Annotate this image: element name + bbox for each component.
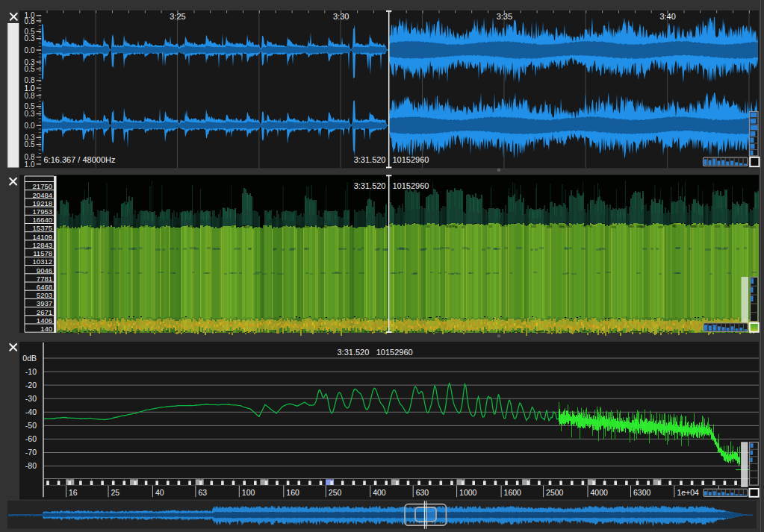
- svg-text:15375: 15375: [33, 224, 52, 232]
- svg-text:10152960: 10152960: [393, 181, 429, 190]
- svg-text:1.0: 1.0: [25, 84, 35, 93]
- svg-text:6300: 6300: [633, 488, 651, 497]
- svg-text:0.5: 0.5: [25, 65, 35, 73]
- svg-text:-10: -10: [25, 367, 37, 376]
- svg-text:0.5: 0.5: [25, 140, 35, 148]
- svg-text:14109: 14109: [33, 233, 52, 241]
- svg-text:3:30: 3:30: [333, 12, 349, 21]
- svg-text:3:40: 3:40: [659, 12, 675, 21]
- svg-text:10152960: 10152960: [376, 348, 413, 357]
- svg-text:0.0: 0.0: [25, 46, 35, 54]
- svg-text:0.0: 0.0: [25, 122, 35, 130]
- svg-text:12843: 12843: [33, 241, 52, 249]
- svg-text:0.8: 0.8: [25, 17, 35, 25]
- svg-text:1000: 1000: [459, 488, 477, 497]
- svg-text:-20: -20: [25, 381, 37, 389]
- svg-text:20484: 20484: [33, 191, 52, 199]
- svg-text:25: 25: [111, 488, 120, 497]
- svg-text:40: 40: [155, 488, 164, 497]
- svg-text:3:31.520: 3:31.520: [354, 181, 386, 190]
- svg-text:630: 630: [416, 488, 429, 497]
- svg-text:6468: 6468: [37, 283, 52, 291]
- svg-text:0.8: 0.8: [25, 92, 35, 100]
- svg-text:3:31.520: 3:31.520: [354, 155, 386, 164]
- svg-text:-60: -60: [25, 434, 37, 443]
- svg-text:1600: 1600: [504, 488, 522, 497]
- svg-text:63: 63: [198, 488, 207, 497]
- svg-text:16640: 16640: [33, 216, 52, 224]
- svg-text:2500: 2500: [546, 488, 564, 497]
- svg-text:3:31.520: 3:31.520: [337, 348, 369, 357]
- svg-text:21750: 21750: [33, 182, 52, 190]
- svg-text:-50: -50: [25, 421, 37, 430]
- svg-text:-70: -70: [25, 448, 37, 457]
- svg-text:-80: -80: [25, 461, 37, 470]
- svg-text:16: 16: [69, 488, 78, 497]
- svg-text:-40: -40: [25, 407, 37, 416]
- svg-text:250: 250: [329, 488, 342, 497]
- svg-text:19218: 19218: [33, 199, 52, 207]
- svg-text:1e+04: 1e+04: [677, 488, 699, 497]
- svg-text:9046: 9046: [37, 266, 52, 275]
- svg-text:0dB: 0dB: [22, 354, 37, 363]
- svg-text:140: 140: [40, 325, 52, 333]
- svg-text:400: 400: [373, 488, 386, 497]
- svg-text:4000: 4000: [591, 488, 609, 497]
- svg-text:6:16.367 / 48000Hz: 6:16.367 / 48000Hz: [44, 155, 116, 164]
- svg-text:1406: 1406: [37, 316, 52, 325]
- svg-text:11578: 11578: [33, 249, 52, 257]
- svg-text:5203: 5203: [37, 291, 52, 299]
- svg-text:100: 100: [242, 488, 255, 497]
- svg-text:160: 160: [286, 488, 299, 497]
- svg-text:10152960: 10152960: [393, 155, 429, 164]
- svg-text:3:35: 3:35: [497, 12, 512, 21]
- svg-text:1.0: 1.0: [25, 160, 35, 169]
- svg-text:0.3: 0.3: [25, 34, 35, 43]
- svg-text:7781: 7781: [37, 275, 52, 283]
- svg-text:3937: 3937: [37, 299, 52, 307]
- svg-text:2671: 2671: [37, 308, 52, 316]
- svg-text:10312: 10312: [33, 257, 52, 266]
- svg-text:3:25: 3:25: [170, 12, 185, 21]
- svg-text:-30: -30: [25, 394, 37, 403]
- svg-text:17953: 17953: [33, 207, 52, 216]
- svg-text:0.3: 0.3: [25, 110, 35, 118]
